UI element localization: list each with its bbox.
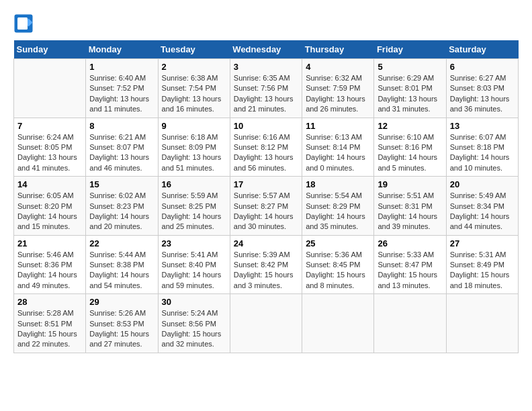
weekday-header: Tuesday (158, 40, 230, 59)
day-number: 21 (17, 238, 82, 248)
day-info: Sunrise: 6:24 AM Sunset: 8:05 PM Dayligh… (17, 132, 82, 174)
day-info: Sunrise: 6:02 AM Sunset: 8:23 PM Dayligh… (89, 191, 154, 232)
day-info: Sunrise: 6:21 AM Sunset: 8:07 PM Dayligh… (89, 132, 154, 174)
weekday-header: Thursday (302, 40, 374, 59)
calendar-cell: 1Sunrise: 6:40 AM Sunset: 7:52 PM Daylig… (86, 59, 158, 118)
day-info: Sunrise: 6:27 AM Sunset: 8:03 PM Dayligh… (450, 73, 515, 115)
day-info: Sunrise: 5:54 AM Sunset: 8:29 PM Dayligh… (306, 191, 370, 232)
calendar-cell: 21Sunrise: 5:46 AM Sunset: 8:36 PM Dayli… (14, 235, 86, 294)
day-number: 1 (89, 62, 154, 72)
calendar-cell: 8Sunrise: 6:21 AM Sunset: 8:07 PM Daylig… (86, 118, 158, 177)
day-info: Sunrise: 6:32 AM Sunset: 7:59 PM Dayligh… (306, 73, 370, 115)
day-info: Sunrise: 5:51 AM Sunset: 8:31 PM Dayligh… (378, 191, 442, 232)
svg-rect-2 (17, 17, 28, 30)
calendar-cell: 12Sunrise: 6:10 AM Sunset: 8:16 PM Dayli… (374, 118, 446, 177)
day-info: Sunrise: 5:26 AM Sunset: 8:53 PM Dayligh… (89, 308, 154, 350)
calendar-cell: 26Sunrise: 5:33 AM Sunset: 8:47 PM Dayli… (374, 235, 446, 294)
calendar-cell: 18Sunrise: 5:54 AM Sunset: 8:29 PM Dayli… (302, 177, 374, 236)
day-number: 12 (378, 121, 442, 131)
day-number: 23 (162, 238, 226, 248)
day-info: Sunrise: 6:16 AM Sunset: 8:12 PM Dayligh… (234, 132, 298, 174)
calendar-cell: 4Sunrise: 6:32 AM Sunset: 7:59 PM Daylig… (302, 59, 374, 118)
day-number: 27 (450, 238, 515, 248)
day-info: Sunrise: 5:31 AM Sunset: 8:49 PM Dayligh… (450, 250, 515, 291)
calendar-cell: 5Sunrise: 6:29 AM Sunset: 8:01 PM Daylig… (374, 59, 446, 118)
day-info: Sunrise: 6:18 AM Sunset: 8:09 PM Dayligh… (162, 132, 226, 174)
calendar-week: 21Sunrise: 5:46 AM Sunset: 8:36 PM Dayli… (14, 235, 519, 294)
day-number: 29 (89, 297, 154, 307)
day-number: 9 (162, 121, 226, 131)
calendar-body: 1Sunrise: 6:40 AM Sunset: 7:52 PM Daylig… (14, 59, 519, 353)
page-header (13, 13, 519, 34)
calendar-cell (374, 294, 446, 353)
day-number: 17 (234, 179, 298, 189)
day-info: Sunrise: 6:29 AM Sunset: 8:01 PM Dayligh… (378, 73, 442, 115)
day-info: Sunrise: 5:33 AM Sunset: 8:47 PM Dayligh… (378, 250, 442, 291)
day-info: Sunrise: 6:07 AM Sunset: 8:18 PM Dayligh… (450, 132, 515, 174)
weekday-header: Saturday (446, 40, 518, 59)
day-number: 18 (306, 179, 370, 189)
calendar-week: 14Sunrise: 6:05 AM Sunset: 8:20 PM Dayli… (14, 177, 519, 236)
calendar-cell: 11Sunrise: 6:13 AM Sunset: 8:14 PM Dayli… (302, 118, 374, 177)
day-number: 16 (162, 179, 226, 189)
day-info: Sunrise: 5:44 AM Sunset: 8:38 PM Dayligh… (89, 250, 154, 291)
day-number: 15 (89, 179, 154, 189)
day-number: 6 (450, 62, 515, 72)
calendar-cell (446, 294, 518, 353)
day-info: Sunrise: 5:28 AM Sunset: 8:51 PM Dayligh… (17, 308, 82, 350)
logo (13, 13, 36, 34)
weekday-header: Monday (86, 40, 158, 59)
day-info: Sunrise: 5:39 AM Sunset: 8:42 PM Dayligh… (234, 250, 298, 291)
calendar-cell: 27Sunrise: 5:31 AM Sunset: 8:49 PM Dayli… (446, 235, 518, 294)
day-number: 20 (450, 179, 515, 189)
day-info: Sunrise: 5:36 AM Sunset: 8:45 PM Dayligh… (306, 250, 370, 291)
calendar-cell: 9Sunrise: 6:18 AM Sunset: 8:09 PM Daylig… (158, 118, 230, 177)
day-info: Sunrise: 6:35 AM Sunset: 7:56 PM Dayligh… (234, 73, 298, 115)
calendar-cell: 23Sunrise: 5:41 AM Sunset: 8:40 PM Dayli… (158, 235, 230, 294)
day-info: Sunrise: 6:13 AM Sunset: 8:14 PM Dayligh… (306, 132, 370, 174)
day-info: Sunrise: 5:49 AM Sunset: 8:34 PM Dayligh… (450, 191, 515, 232)
calendar-cell: 2Sunrise: 6:38 AM Sunset: 7:54 PM Daylig… (158, 59, 230, 118)
calendar-cell: 19Sunrise: 5:51 AM Sunset: 8:31 PM Dayli… (374, 177, 446, 236)
calendar-cell (302, 294, 374, 353)
calendar-cell: 3Sunrise: 6:35 AM Sunset: 7:56 PM Daylig… (230, 59, 302, 118)
day-number: 13 (450, 121, 515, 131)
calendar-cell: 14Sunrise: 6:05 AM Sunset: 8:20 PM Dayli… (14, 177, 86, 236)
day-info: Sunrise: 6:05 AM Sunset: 8:20 PM Dayligh… (17, 191, 82, 232)
day-info: Sunrise: 5:57 AM Sunset: 8:27 PM Dayligh… (234, 191, 298, 232)
calendar-cell: 13Sunrise: 6:07 AM Sunset: 8:18 PM Dayli… (446, 118, 518, 177)
calendar-cell: 16Sunrise: 5:59 AM Sunset: 8:25 PM Dayli… (158, 177, 230, 236)
logo-icon (13, 13, 34, 34)
calendar-cell (230, 294, 302, 353)
calendar-header: SundayMondayTuesdayWednesdayThursdayFrid… (14, 40, 519, 59)
day-number: 22 (89, 238, 154, 248)
day-number: 30 (162, 297, 226, 307)
day-number: 5 (378, 62, 442, 72)
day-number: 3 (234, 62, 298, 72)
calendar-cell (14, 59, 86, 118)
day-info: Sunrise: 5:59 AM Sunset: 8:25 PM Dayligh… (162, 191, 226, 232)
day-number: 19 (378, 179, 442, 189)
calendar-cell: 17Sunrise: 5:57 AM Sunset: 8:27 PM Dayli… (230, 177, 302, 236)
day-number: 26 (378, 238, 442, 248)
calendar-cell: 30Sunrise: 5:24 AM Sunset: 8:56 PM Dayli… (158, 294, 230, 353)
day-number: 14 (17, 179, 82, 189)
day-number: 7 (17, 121, 82, 131)
calendar-cell: 24Sunrise: 5:39 AM Sunset: 8:42 PM Dayli… (230, 235, 302, 294)
day-number: 28 (17, 297, 82, 307)
day-number: 8 (89, 121, 154, 131)
day-number: 10 (234, 121, 298, 131)
day-number: 24 (234, 238, 298, 248)
calendar-cell: 6Sunrise: 6:27 AM Sunset: 8:03 PM Daylig… (446, 59, 518, 118)
day-number: 11 (306, 121, 370, 131)
day-info: Sunrise: 5:46 AM Sunset: 8:36 PM Dayligh… (17, 250, 82, 291)
weekday-header: Sunday (14, 40, 86, 59)
calendar-cell: 15Sunrise: 6:02 AM Sunset: 8:23 PM Dayli… (86, 177, 158, 236)
calendar-week: 28Sunrise: 5:28 AM Sunset: 8:51 PM Dayli… (14, 294, 519, 353)
calendar-cell: 22Sunrise: 5:44 AM Sunset: 8:38 PM Dayli… (86, 235, 158, 294)
calendar-table: SundayMondayTuesdayWednesdayThursdayFrid… (13, 40, 519, 353)
day-info: Sunrise: 6:38 AM Sunset: 7:54 PM Dayligh… (162, 73, 226, 115)
weekday-header: Wednesday (230, 40, 302, 59)
calendar-cell: 20Sunrise: 5:49 AM Sunset: 8:34 PM Dayli… (446, 177, 518, 236)
day-info: Sunrise: 5:41 AM Sunset: 8:40 PM Dayligh… (162, 250, 226, 291)
